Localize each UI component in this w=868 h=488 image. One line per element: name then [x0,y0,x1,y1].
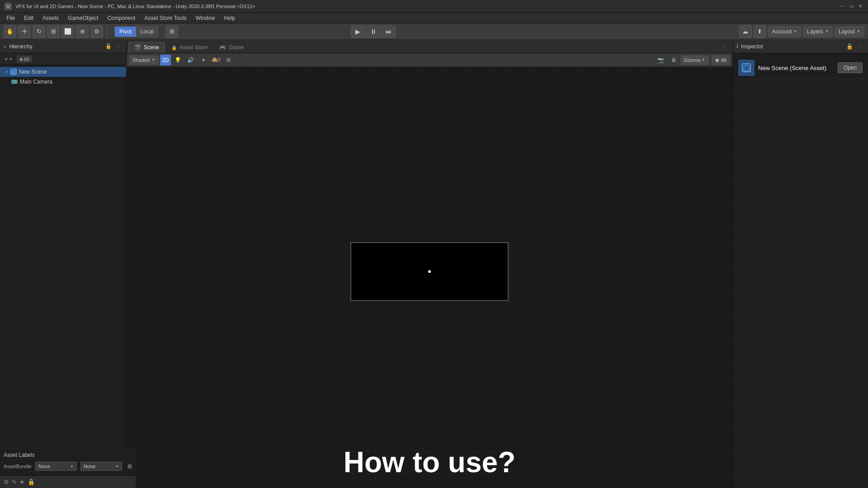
menu-edit[interactable]: Edit [20,14,37,22]
newscene-arrow: ▼ [4,69,10,75]
account-label: Account [772,28,792,35]
account-dropdown[interactable]: Account ▼ [768,26,801,37]
asset-bundle-row: AssetBundle None ▼ None ▼ ⊞ [4,462,132,471]
shading-label: Shaded [132,57,150,63]
hand-tool-button[interactable]: ✋ [4,25,16,38]
view-tabs-more[interactable]: ⋮ [717,42,731,53]
app-icon: U [5,3,12,10]
account-caret: ▼ [793,29,797,33]
newscene-more-btn[interactable]: ⋮ [118,69,123,75]
menu-help[interactable]: Help [220,14,239,22]
menu-assets[interactable]: Assets [39,14,62,22]
inspector-bottom-icon-3[interactable]: ★ [19,479,25,485]
scene-camera-btn[interactable]: 📷 [656,55,666,66]
menu-gameobject[interactable]: GameObject [64,14,102,22]
main-layout: ≡ Hierarchy 🔓 ⋮ + ▼ ◉ All ▼ New [0,40,868,488]
inspector-open-button[interactable]: Open [838,62,863,73]
step-button[interactable]: ⏭ [382,25,396,38]
svg-rect-1 [12,80,15,84]
shading-caret: ▼ [151,58,155,62]
menu-window[interactable]: Window [192,14,219,22]
hierarchy-item-newscene[interactable]: ▼ New Scene ⋮ [0,67,126,77]
shading-dropdown[interactable]: Shaded ▼ [129,56,158,65]
minimize-button[interactable]: ─ [839,3,845,9]
tab-scene[interactable]: 🎬 Scene [128,42,165,53]
asset-bundle-dropdown-1[interactable]: None ▼ [35,462,77,471]
assetstore-lock-icon: 🔒 [171,45,177,50]
toolbar-right: ☁ ⬆ Account ▼ Layers ▼ Layout ▼ [739,25,864,38]
bundle-caret-1: ▼ [70,465,74,469]
layout-dropdown[interactable]: Layout ▼ [835,26,864,37]
inspector-lock-button[interactable]: 🔓 [845,42,854,51]
pivot-button[interactable]: Pivot [115,27,136,37]
lighting-button[interactable]: 💡 [173,55,184,66]
titlebar: U VFX for UI and 2D Games - New Scene - … [0,0,868,13]
hidden-count-btn[interactable]: 🙈0 [211,55,222,66]
scene-toolbar: Shaded ▼ 2D 💡 🔊 ✦ 🙈0 ⚙ 📷 🖥 Gizmos ▼ ◉ Al… [127,53,732,67]
pause-button[interactable]: ⏸ [366,25,381,38]
rotate-tool-button[interactable]: ↻ [33,25,45,38]
layers-label: Layers [807,28,823,35]
inspector-bottom-icon-2[interactable]: ✎ [12,479,17,485]
maincamera-icon [11,78,18,85]
layers-caret: ▼ [825,29,829,33]
audio-button[interactable]: 🔊 [185,55,196,66]
menu-assetstoretools[interactable]: Asset Store Tools [141,14,190,22]
custom-tool-button[interactable]: ⚙ [90,25,103,38]
inspector-more-button[interactable]: ⋮ [856,42,864,51]
maximize-button[interactable]: ▭ [848,3,854,9]
asset-bundle-label: AssetBundle [4,464,32,469]
scene-view: How to use? [127,67,732,488]
grid-tool-button[interactable]: ⊞ [165,25,178,38]
window-controls: ─ ▭ ✕ [839,3,863,9]
move-tool-button[interactable]: ✛ [18,25,31,38]
inspector-content: New Scene (Scene Asset) Open [733,53,868,488]
asset-bundle-dropdown-2[interactable]: None ▼ [80,462,122,471]
layers-dropdown[interactable]: Layers ▼ [803,26,833,37]
asset-labels-add-btn[interactable]: ⊞ [127,463,132,469]
inspector-bottom-icon-1[interactable]: ⚙ [4,479,9,485]
add-caret: ▼ [9,57,13,61]
inspector-asset-name: New Scene (Scene Asset) [758,65,826,71]
transform-tool-button[interactable]: ⊕ [76,25,89,38]
all-layers-icon: ◉ [715,57,719,62]
view-tabs: 🎬 Scene 🔒 Asset Store 🎮 Game ⋮ [127,40,732,53]
hierarchy-lock-button[interactable]: 🔓 [104,42,113,51]
hierarchy-more-button[interactable]: ⋮ [114,42,123,51]
tab-game[interactable]: 🎮 Game [214,42,249,53]
scene-render-btn[interactable]: 🖥 [668,55,679,66]
all-layers-label: All [721,57,726,63]
play-button[interactable]: ▶ [351,25,365,38]
cloud-button[interactable]: ⬆ [754,25,766,38]
window-title: VFX for UI and 2D Games - New Scene - PC… [15,4,255,9]
scale-tool-button[interactable]: ⊞ [47,25,60,38]
hierarchy-item-maincamera[interactable]: Main Camera [0,77,126,87]
rect-tool-button[interactable]: ⬜ [61,25,74,38]
hierarchy-add-button[interactable]: + ▼ [3,55,15,63]
svg-marker-2 [15,80,17,84]
all-dropdown-scene[interactable]: ◉ All [712,56,730,65]
tab-assetstore[interactable]: 🔒 Asset Store [166,42,213,53]
menu-component[interactable]: Component [104,14,139,22]
close-button[interactable]: ✕ [857,3,863,9]
effects-button[interactable]: ✦ [198,55,209,66]
local-button[interactable]: Local [136,27,158,37]
menu-file[interactable]: File [3,14,19,22]
gizmos-caret: ▼ [702,58,705,62]
all-label: All [24,56,29,62]
game-tab-label: Game [229,44,244,51]
inspector-bottom-icon-4[interactable]: 🔒 [28,479,35,485]
toolbar: ✋ ✛ ↻ ⊞ ⬜ ⊕ ⚙ Pivot Local ⊞ ▶ ⏸ ⏭ ☁ ⬆ Ac… [0,23,868,40]
play-controls: ▶ ⏸ ⏭ [351,25,396,38]
gizmos-dropdown[interactable]: Gizmos ▼ [681,56,708,65]
center-panel: 🎬 Scene 🔒 Asset Store 🎮 Game ⋮ Shaded ▼ … [127,40,732,488]
camera-center-dot [428,270,431,273]
2d-button[interactable]: 2D [160,55,171,66]
all-dropdown[interactable]: ◉ All [17,56,32,63]
collab-button[interactable]: ☁ [739,25,752,38]
asset-bundle-value-1: None [38,464,50,469]
scene-tools-btn[interactable]: ⚙ [223,55,234,66]
inspector-panel: ℹ Inspector 🔓 ⋮ New Scene (Scene Asset) … [732,40,868,488]
asset-bundle-value-2: None [84,464,95,469]
inspector-asset-row: New Scene (Scene Asset) Open [736,57,864,79]
